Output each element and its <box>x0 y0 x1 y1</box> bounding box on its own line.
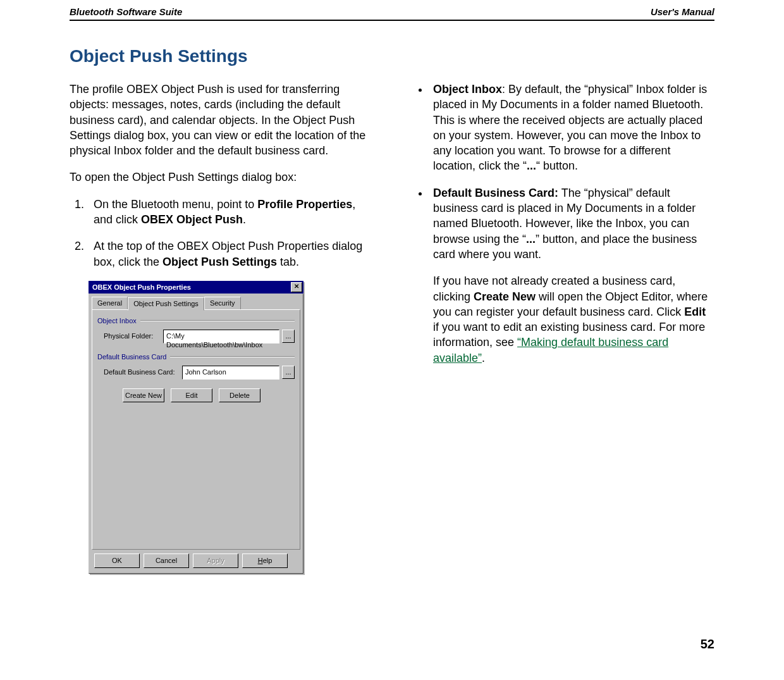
bullet-default-card: Default Business Card: The “physical” de… <box>429 185 714 366</box>
cancel-button[interactable]: Cancel <box>144 553 189 568</box>
dialog-title-text: OBEX Object Push Properties <box>92 283 191 292</box>
group-default-card-label: Default Business Card <box>97 352 166 362</box>
page-header: Bluetooth Software Suite User's Manual <box>70 6 714 21</box>
group-default-card: Default Business Card <box>97 352 295 362</box>
group-object-inbox: Object Inbox <box>97 316 295 326</box>
obex-dialog: OBEX Object Push Properties ✕ General Ob… <box>89 281 303 574</box>
edit-term: Edit <box>684 306 706 318</box>
step1-text-c: . <box>243 213 246 226</box>
header-right: User's Manual <box>651 6 714 17</box>
step1-bold-profile: Profile Properties <box>257 198 352 211</box>
browse-folder-button[interactable]: ... <box>282 330 295 343</box>
apply-button[interactable]: Apply <box>193 553 238 568</box>
open-instruction: To open the Object Push Settings dialog … <box>70 170 376 185</box>
help-rest: elp <box>263 557 273 564</box>
tab-general[interactable]: General <box>92 297 128 310</box>
default-card-p2-d: . <box>482 352 485 364</box>
left-column: The profile OBEX Object Push is used for… <box>70 82 376 574</box>
section-title: Object Push Settings <box>70 46 714 66</box>
physical-folder-input[interactable]: C:\My Documents\Bluetooth\bw\Inbox <box>163 330 279 343</box>
edit-button[interactable]: Edit <box>171 388 212 403</box>
header-left: Bluetooth Software Suite <box>70 6 182 17</box>
default-card-term: Default Business Card: <box>433 187 558 199</box>
close-button[interactable]: ✕ <box>291 282 302 292</box>
group-object-inbox-label: Object Inbox <box>97 316 137 326</box>
object-inbox-text-b: “ button. <box>536 159 578 172</box>
step2-text-b: tab. <box>277 256 299 268</box>
create-new-term: Create New <box>474 290 536 303</box>
step1-bold-obex: OBEX Object Push <box>141 213 243 226</box>
group-divider-icon <box>170 356 295 357</box>
delete-button[interactable]: Delete <box>219 388 260 403</box>
step-1: On the Bluetooth menu, point to Profile … <box>87 197 376 228</box>
group-divider-icon <box>140 320 295 321</box>
step2-bold-ops: Object Push Settings <box>162 256 277 268</box>
bullet-object-inbox: Object Inbox: By default, the “physical”… <box>429 82 714 174</box>
default-card-dots: ... <box>526 233 536 245</box>
step-2: At the top of the OBEX Object Push Prope… <box>87 238 376 269</box>
step1-text-a: On the Bluetooth menu, point to <box>94 198 257 211</box>
browse-card-button[interactable]: ... <box>282 366 295 379</box>
steps-list: On the Bluetooth menu, point to Profile … <box>70 197 376 269</box>
intro-paragraph: The profile OBEX Object Push is used for… <box>70 82 376 158</box>
default-card-input[interactable]: John Carlson <box>182 366 279 380</box>
object-inbox-dots: ... <box>527 159 536 172</box>
tab-security[interactable]: Security <box>204 297 241 310</box>
dialog-titlebar: OBEX Object Push Properties ✕ <box>89 281 303 294</box>
ok-button[interactable]: OK <box>94 553 140 568</box>
object-inbox-term: Object Inbox <box>433 83 502 96</box>
tabs-bar: General Object Push Settings Security <box>92 297 300 310</box>
tab-panel: Object Inbox Physical Folder: C:\My Docu… <box>92 309 300 550</box>
help-mnemonic: H <box>258 557 263 564</box>
create-new-button[interactable]: Create New <box>123 388 164 403</box>
right-column: Object Inbox: By default, the “physical”… <box>408 82 714 574</box>
tab-object-push-settings[interactable]: Object Push Settings <box>128 297 204 311</box>
help-button[interactable]: Help <box>242 553 288 568</box>
default-card-label: Default Business Card: <box>104 368 180 377</box>
page-number: 52 <box>70 637 714 652</box>
physical-folder-label: Physical Folder: <box>104 331 161 341</box>
